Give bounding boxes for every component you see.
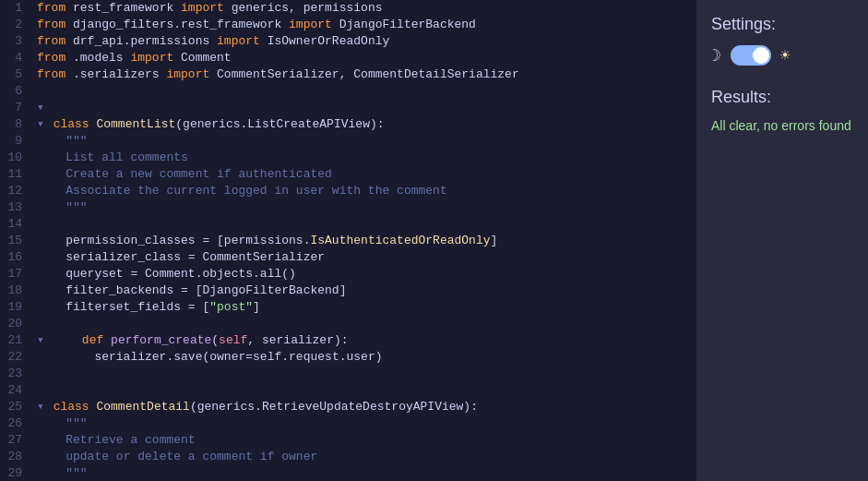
line-number: 2 xyxy=(0,17,33,33)
line-content: """ xyxy=(33,415,696,432)
line-content: update or delete a comment if owner xyxy=(33,449,696,465)
line-content: ▾ class CommentList(generics.ListCreateA… xyxy=(33,116,696,133)
table-row: 17 queryset = Comment.objects.all() xyxy=(0,266,696,283)
line-number: 24 xyxy=(0,382,33,399)
table-row: 29 """ xyxy=(0,465,696,481)
line-content: ▾ class CommentDetail(generics.RetrieveU… xyxy=(33,399,696,415)
line-content: serializer.save(owner=self.request.user) xyxy=(33,349,696,366)
table-row: 10 List all comments xyxy=(0,150,696,166)
line-number: 3 xyxy=(0,33,33,50)
line-number: 26 xyxy=(0,415,33,432)
table-row: 7▾ xyxy=(0,100,696,116)
line-number: 12 xyxy=(0,183,33,199)
table-row: 24 xyxy=(0,382,696,399)
table-row: 16 serializer_class = CommentSerializer xyxy=(0,249,696,266)
line-content: """ xyxy=(33,133,696,150)
line-content: filterset_fields = ["post"] xyxy=(33,299,696,316)
line-content: filter_backends = [DjangoFilterBackend] xyxy=(33,283,696,299)
code-table: 1from rest_framework import generics, pe… xyxy=(0,0,696,481)
line-content: from django_filters.rest_framework impor… xyxy=(33,17,696,33)
table-row: 1from rest_framework import generics, pe… xyxy=(0,0,696,17)
sun-icon: ☀ xyxy=(780,45,791,66)
table-row: 18 filter_backends = [DjangoFilterBacken… xyxy=(0,283,696,299)
table-row: 28 update or delete a comment if owner xyxy=(0,449,696,465)
line-number: 11 xyxy=(0,166,33,183)
line-number: 22 xyxy=(0,349,33,366)
code-panel[interactable]: 1from rest_framework import generics, pe… xyxy=(0,0,696,481)
line-content: serializer_class = CommentSerializer xyxy=(33,249,696,266)
table-row: 11 Create a new comment if authenticated xyxy=(0,166,696,183)
table-row: 22 serializer.save(owner=self.request.us… xyxy=(0,349,696,366)
table-row: 26 """ xyxy=(0,415,696,432)
line-content: from .serializers import CommentSerializ… xyxy=(33,66,696,83)
table-row: 23 xyxy=(0,366,696,382)
line-number: 5 xyxy=(0,66,33,83)
line-number: 6 xyxy=(0,83,33,100)
toggle-thumb xyxy=(753,47,769,64)
line-number: 15 xyxy=(0,233,33,249)
line-number: 20 xyxy=(0,316,33,332)
line-content xyxy=(33,316,696,332)
line-number: 1 xyxy=(0,0,33,17)
line-number: 18 xyxy=(0,283,33,299)
line-number: 7 xyxy=(0,100,33,116)
theme-toggle[interactable] xyxy=(731,45,771,66)
line-content xyxy=(33,83,696,100)
line-content: Associate the current logged in user wit… xyxy=(33,183,696,199)
settings-section: Settings: ☽ ☀ xyxy=(711,15,853,66)
line-number: 28 xyxy=(0,449,33,465)
line-number: 16 xyxy=(0,249,33,266)
line-number: 13 xyxy=(0,199,33,216)
table-row: 6 xyxy=(0,83,696,100)
line-content xyxy=(33,366,696,382)
theme-toggle-row: ☽ ☀ xyxy=(711,45,853,66)
line-number: 4 xyxy=(0,50,33,66)
results-title: Results: xyxy=(711,88,853,107)
line-content: from drf_api.permissions import IsOwnerO… xyxy=(33,33,696,50)
line-content xyxy=(33,382,696,399)
line-content: ▾ xyxy=(33,100,696,116)
table-row: 20 xyxy=(0,316,696,332)
line-number: 19 xyxy=(0,299,33,316)
moon-icon: ☽ xyxy=(711,45,721,66)
line-content: List all comments xyxy=(33,150,696,166)
table-row: 19 filterset_fields = ["post"] xyxy=(0,299,696,316)
line-number: 27 xyxy=(0,432,33,449)
results-section: Results: All clear, no errors found xyxy=(711,88,853,133)
table-row: 3from drf_api.permissions import IsOwner… xyxy=(0,33,696,50)
table-row: 21▾ def perform_create(self, serializer)… xyxy=(0,332,696,349)
table-row: 5from .serializers import CommentSeriali… xyxy=(0,66,696,83)
table-row: 8▾ class CommentList(generics.ListCreate… xyxy=(0,116,696,133)
line-number: 21 xyxy=(0,332,33,349)
line-content xyxy=(33,216,696,233)
table-row: 25▾ class CommentDetail(generics.Retriev… xyxy=(0,399,696,415)
sidebar: Settings: ☽ ☀ Results: All clear, no err… xyxy=(696,0,868,481)
line-number: 10 xyxy=(0,150,33,166)
line-number: 23 xyxy=(0,366,33,382)
line-content: queryset = Comment.objects.all() xyxy=(33,266,696,283)
table-row: 9 """ xyxy=(0,133,696,150)
settings-title: Settings: xyxy=(711,15,853,34)
table-row: 13 """ xyxy=(0,199,696,216)
line-number: 25 xyxy=(0,399,33,415)
line-number: 29 xyxy=(0,465,33,481)
table-row: 4from .models import Comment xyxy=(0,50,696,66)
line-number: 17 xyxy=(0,266,33,283)
table-row: 2from django_filters.rest_framework impo… xyxy=(0,17,696,33)
table-row: 12 Associate the current logged in user … xyxy=(0,183,696,199)
line-content: from .models import Comment xyxy=(33,50,696,66)
table-row: 14 xyxy=(0,216,696,233)
table-row: 15 permission_classes = [permissions.IsA… xyxy=(0,233,696,249)
line-content: Create a new comment if authenticated xyxy=(33,166,696,183)
line-content: """ xyxy=(33,465,696,481)
table-row: 27 Retrieve a comment xyxy=(0,432,696,449)
line-content: ▾ def perform_create(self, serializer): xyxy=(33,332,696,349)
line-content: permission_classes = [permissions.IsAuth… xyxy=(33,233,696,249)
results-status: All clear, no errors found xyxy=(711,118,853,133)
line-number: 14 xyxy=(0,216,33,233)
line-content: Retrieve a comment xyxy=(33,432,696,449)
line-content: """ xyxy=(33,199,696,216)
line-number: 9 xyxy=(0,133,33,150)
line-number: 8 xyxy=(0,116,33,133)
line-content: from rest_framework import generics, per… xyxy=(33,0,696,17)
